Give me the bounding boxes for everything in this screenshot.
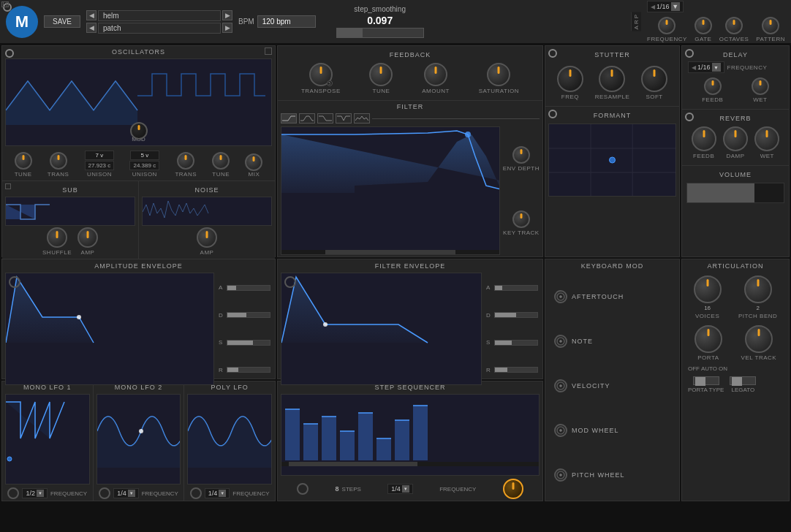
lfo1-power-button[interactable] — [7, 487, 19, 499]
vel-track-knob[interactable] — [745, 325, 773, 353]
patch-next-arrow[interactable]: ▶ — [222, 23, 232, 33]
stutter-soft-knob[interactable] — [641, 66, 667, 92]
step-seq-freq-selector[interactable]: 1/4 ▼ — [387, 484, 413, 494]
filter-type-bp[interactable] — [299, 113, 315, 123]
osc-trans2-knob[interactable] — [177, 152, 194, 170]
amp-env-d-slider[interactable] — [227, 312, 270, 318]
osc-tune2-knob-container: TUNE — [212, 152, 230, 178]
arp-gate-knob[interactable] — [695, 17, 712, 34]
step-seq-main-knob[interactable] — [503, 479, 523, 499]
sub-shuffle-knob[interactable] — [47, 227, 67, 248]
poly-lfo-freq-selector[interactable]: 1/4 ▼ — [205, 488, 230, 498]
amp-env-s-slider[interactable] — [227, 340, 270, 346]
amp-env-r-slider[interactable] — [227, 367, 270, 373]
osc-power-button[interactable] — [5, 49, 14, 58]
noise-amp-label: AMP — [200, 249, 214, 256]
stutter-resample-knob[interactable] — [599, 66, 625, 92]
note-item[interactable]: NOTE — [548, 332, 676, 351]
filter-env-a-slider[interactable] — [494, 285, 538, 291]
auto-label: AUTO — [701, 365, 717, 372]
aftertouch-item[interactable]: AFTERTOUCH — [548, 287, 676, 306]
lfo1-freq-selector[interactable]: 1/2 ▼ — [22, 488, 48, 498]
filter-key-track-knob[interactable] — [512, 210, 530, 228]
step-smoothing-bar[interactable] — [336, 28, 424, 38]
velocity-item[interactable]: VELOCITY — [548, 376, 676, 395]
step-seq-power-button[interactable] — [297, 483, 309, 495]
helm-next-arrow[interactable]: ▶ — [222, 10, 232, 20]
bpm-input[interactable] — [257, 15, 316, 28]
reverb-wet-knob[interactable] — [754, 126, 779, 151]
volume-slider[interactable] — [686, 183, 784, 203]
feedback-saturation-knob[interactable] — [487, 63, 510, 86]
reverb-damp-knob[interactable] — [723, 126, 748, 151]
patch-prev-arrow[interactable]: ◀ — [86, 23, 96, 33]
osc-mix-knob[interactable] — [245, 153, 262, 171]
delay-power-button[interactable] — [685, 49, 694, 58]
filter-scrollbar[interactable] — [281, 250, 499, 254]
vel-track-label: VEL TRACK — [741, 354, 777, 361]
amp-env-power-button[interactable] — [9, 276, 20, 288]
patch-nav-row: ◀ patch ▶ — [86, 23, 232, 34]
osc-unison1-cents: 27.923 c — [85, 161, 115, 170]
osc-unison1-block: 7 v 27.923 c UNISON — [85, 151, 115, 178]
filter-env-d-slider[interactable] — [494, 312, 538, 318]
filter-type-lp[interactable] — [281, 113, 297, 123]
arp-frequency-knob[interactable] — [658, 17, 675, 34]
osc-tune2-knob[interactable] — [212, 152, 230, 170]
osc-mod-knob[interactable] — [130, 122, 148, 140]
filter-type-notch[interactable] — [336, 113, 352, 123]
filter-scrollbar-thumb[interactable] — [325, 250, 456, 254]
filter-type-formant[interactable] — [354, 113, 370, 123]
sub-amp-knob[interactable] — [77, 227, 98, 248]
osc-controls: TUNE TRANS 7 v 27.923 c UNISON 5 v 24.38… — [2, 148, 275, 180]
filter-env-r-slider[interactable] — [494, 367, 538, 373]
legato-slider[interactable] — [730, 376, 756, 385]
reverb-feedb-label: FEEDB — [693, 153, 714, 159]
feedback-amount-knob[interactable] — [424, 63, 447, 86]
voices-knob[interactable] — [694, 276, 722, 303]
poly-lfo-power-button[interactable] — [190, 487, 202, 499]
lfo2-power-button[interactable] — [99, 487, 110, 499]
arp-freq-selector[interactable]: ◀ 1/16 ▼ — [647, 1, 684, 12]
stutter-power-button[interactable] — [548, 49, 557, 58]
noise-amp-container: AMP — [197, 227, 217, 256]
delay-wet-knob[interactable] — [752, 77, 769, 95]
delay-freq-value: 1/16 — [697, 64, 711, 71]
formant-power-button[interactable] — [548, 110, 557, 118]
osc-unison2-block: 5 v 24.389 c UNISON — [129, 151, 159, 178]
sub-wave-svg — [6, 197, 135, 225]
arp-octaves-knob[interactable] — [725, 17, 743, 34]
porta-type-slider[interactable] — [693, 376, 719, 385]
delay-freq-down[interactable]: ◀ — [692, 64, 696, 71]
reverb-wet-container: WET — [754, 126, 779, 159]
filter-env-depth-knob[interactable] — [512, 146, 530, 164]
filter-type-hp[interactable] — [317, 113, 333, 123]
noise-amp-knob[interactable] — [197, 227, 217, 248]
feedback-transpose-label: TRANSPOSE — [301, 88, 341, 94]
amp-env-a-slider[interactable] — [227, 285, 270, 291]
filter-env-s-slider[interactable] — [494, 340, 538, 346]
delay-feedb-knob[interactable] — [704, 77, 722, 95]
osc-trans-knob[interactable] — [50, 152, 67, 170]
arp-freq-down[interactable]: ◀ — [651, 4, 655, 10]
reverb-power-button[interactable] — [685, 113, 694, 121]
osc-tune-knob[interactable] — [15, 152, 32, 170]
pitch-wheel-item[interactable]: PITCH WHEEL — [548, 466, 676, 484]
feedback-title: FEEDBACK — [281, 49, 540, 60]
pitch-bend-knob[interactable] — [744, 276, 772, 303]
amp-env-sliders: A D S — [217, 273, 272, 385]
mod-wheel-item[interactable]: MOD WHEEL — [548, 421, 676, 440]
stutter-freq-knob[interactable] — [557, 66, 583, 92]
feedback-transpose-knob[interactable]: 5 — [309, 63, 333, 86]
filter-env-power-button[interactable] — [284, 276, 296, 288]
lfo2-freq-selector[interactable]: 1/4 ▼ — [113, 488, 139, 498]
porta-knob[interactable] — [695, 325, 722, 353]
delay-section: DELAY ◀ 1/16 ▼ FREQUENCY FEEDB — [682, 46, 789, 110]
delay-freq-selector[interactable]: ◀ 1/16 ▼ — [688, 61, 724, 73]
aftertouch-svg — [556, 292, 566, 302]
reverb-feedb-knob[interactable] — [692, 126, 716, 151]
feedback-tune-knob[interactable] — [369, 63, 393, 86]
save-button[interactable]: SAVE — [44, 15, 80, 28]
helm-prev-arrow[interactable]: ◀ — [86, 10, 96, 20]
arp-pattern-knob[interactable] — [762, 17, 779, 34]
